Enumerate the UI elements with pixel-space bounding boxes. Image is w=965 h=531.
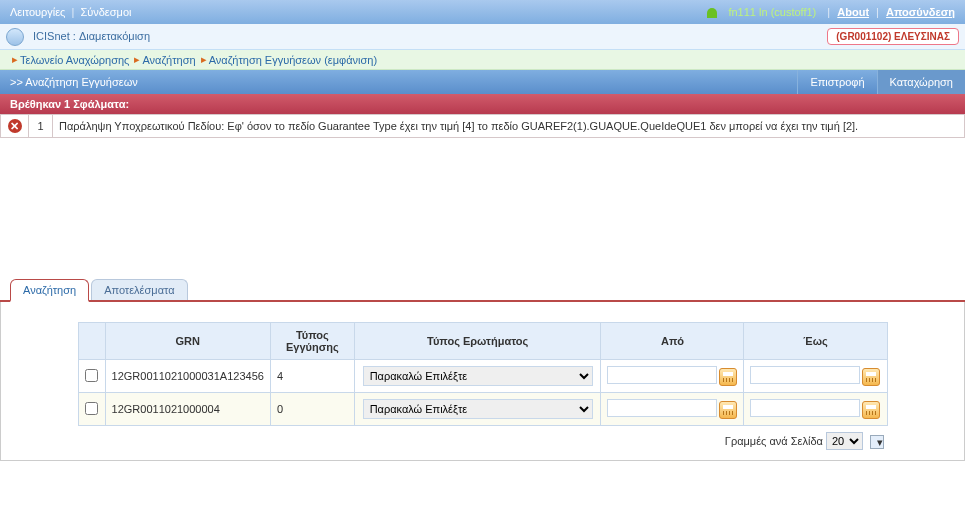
user-label: fn111 ln (custoff1) [728, 6, 816, 18]
col-to: Έως [744, 323, 887, 360]
tab-search[interactable]: Αναζήτηση [10, 279, 89, 302]
globe-icon [6, 28, 24, 46]
tab-strip: Αναζήτηση Αποτελέσματα [0, 278, 965, 302]
calendar-icon[interactable] [862, 401, 880, 419]
app-bar: ICISnet : Διαμετακόμιση (GR001102) ΕΛΕΥΣ… [0, 24, 965, 50]
return-button[interactable]: Επιστροφή [797, 70, 876, 94]
to-date-input[interactable] [750, 366, 860, 384]
calendar-icon[interactable] [719, 401, 737, 419]
breadcrumb-item[interactable]: Αναζήτηση Εγγυήσεων (εμφάνιση) [209, 54, 377, 66]
grid-header-row: GRN Τύπος Εγγύησης Τύπος Ερωτήματος Από … [78, 323, 887, 360]
breadcrumb-item[interactable]: Αναζήτηση [142, 54, 195, 66]
logout-link[interactable]: Αποσύνδεση [886, 6, 955, 18]
error-header: Βρέθηκαν 1 Σφάλματα: [0, 94, 965, 114]
user-icon [707, 8, 717, 18]
about-link[interactable]: About [837, 6, 869, 18]
pager: Γραμμές ανά Σελίδα 20 ▾ [11, 432, 954, 450]
error-table: ✕ 1 Παράληψη Υποχρεωτικού Πεδίου: Εφ' όσ… [0, 114, 965, 138]
gtype-cell: 4 [270, 360, 354, 393]
grn-cell: 12GR0011021000004 [105, 393, 270, 426]
table-row: 12GR0011021000004 0 Παρακαλώ Επιλέξτε [78, 393, 887, 426]
breadcrumb-arrow-icon: ▸ [134, 53, 140, 66]
error-row: ✕ 1 Παράληψη Υποχρεωτικού Πεδίου: Εφ' όσ… [1, 115, 965, 138]
app-title: ICISnet : Διαμετακόμιση [33, 29, 150, 41]
pager-label: Γραμμές ανά Σελίδα [725, 435, 823, 447]
col-type: Τύπος Εγγύησης [270, 323, 354, 360]
from-date-input[interactable] [607, 366, 717, 384]
top-bar: Λειτουργίες | Σύνδεσμοι fn111 ln (custof… [0, 0, 965, 24]
tab-results[interactable]: Αποτελέσματα [91, 279, 187, 300]
menu-functions[interactable]: Λειτουργίες [10, 6, 65, 18]
office-tag: (GR001102) ΕΛΕΥΣΙΝΑΣ [827, 28, 959, 45]
tab-content: GRN Τύπος Εγγύησης Τύπος Ερωτήματος Από … [0, 302, 965, 461]
search-grid: GRN Τύπος Εγγύησης Τύπος Ερωτήματος Από … [78, 322, 888, 426]
to-date-input[interactable] [750, 399, 860, 417]
error-message: Παράληψη Υποχρεωτικού Πεδίου: Εφ' όσον τ… [53, 115, 965, 138]
separator: | [72, 6, 75, 18]
col-qtype: Τύπος Ερωτήματος [354, 323, 601, 360]
gtype-cell: 0 [270, 393, 354, 426]
breadcrumb-arrow-icon: ▸ [12, 53, 18, 66]
calendar-icon[interactable] [862, 368, 880, 386]
from-date-input[interactable] [607, 399, 717, 417]
grn-cell: 12GR0011021000031A123456 [105, 360, 270, 393]
qtype-select[interactable]: Παρακαλώ Επιλέξτε [363, 366, 593, 386]
breadcrumb: ▸ Τελωνείο Αναχώρησης ▸ Αναζήτηση ▸ Αναζ… [0, 50, 965, 70]
col-grn: GRN [105, 323, 270, 360]
section-title: >> Αναζήτηση Εγγυήσεων [10, 76, 138, 88]
pager-dropdown-extra[interactable]: ▾ [870, 435, 884, 449]
row-checkbox[interactable] [85, 369, 98, 382]
error-num: 1 [29, 115, 53, 138]
calendar-icon[interactable] [719, 368, 737, 386]
submit-button[interactable]: Καταχώρηση [877, 70, 965, 94]
table-row: 12GR0011021000031A123456 4 Παρακαλώ Επιλ… [78, 360, 887, 393]
section-bar: >> Αναζήτηση Εγγυήσεων Επιστροφή Καταχώρ… [0, 70, 965, 94]
row-checkbox[interactable] [85, 402, 98, 415]
qtype-select[interactable]: Παρακαλώ Επιλέξτε [363, 399, 593, 419]
rows-per-page-select[interactable]: 20 [826, 432, 863, 450]
menu-links[interactable]: Σύνδεσμοι [80, 6, 131, 18]
breadcrumb-item[interactable]: Τελωνείο Αναχώρησης [20, 54, 129, 66]
breadcrumb-arrow-icon: ▸ [201, 53, 207, 66]
error-icon: ✕ [8, 119, 22, 133]
col-from: Από [601, 323, 744, 360]
